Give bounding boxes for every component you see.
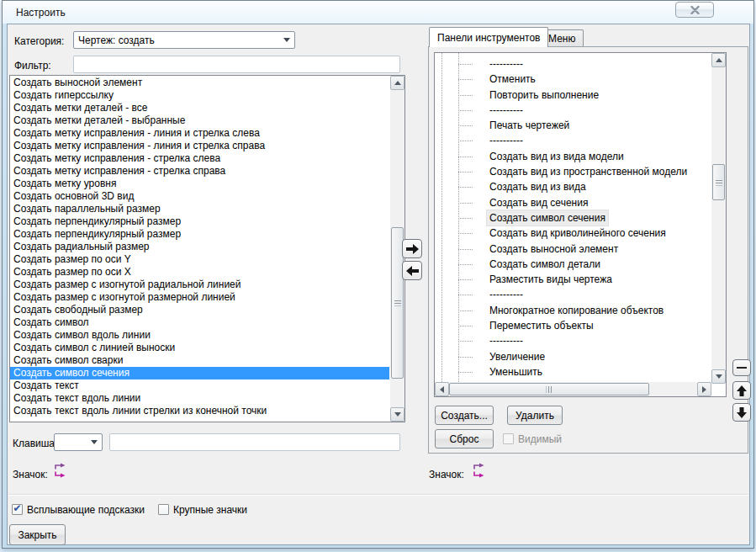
- large-icons-checkbox[interactable]: [158, 504, 169, 515]
- tree-separator-item[interactable]: ----------: [435, 133, 711, 148]
- tree-item[interactable]: Создать вид криволинейного сечения: [435, 226, 711, 241]
- command-list-item[interactable]: Создать метку исправления - линия и стре…: [10, 140, 389, 152]
- tree-item-label: Отменить: [487, 72, 538, 87]
- move-down-button[interactable]: [732, 403, 751, 422]
- dialog-titlebar[interactable]: Настроить: [3, 1, 753, 24]
- remove-item-button[interactable]: [732, 359, 751, 376]
- command-list-item[interactable]: Создать радиальный размер: [10, 241, 389, 253]
- icon-label-right: Значок:: [429, 469, 464, 480]
- tree-item[interactable]: Создать символ детали: [435, 257, 711, 272]
- tree-separator-item[interactable]: ----------: [435, 103, 711, 118]
- tree-separator-item[interactable]: ----------: [435, 333, 711, 348]
- tree-item[interactable]: Создать вид сечения: [435, 195, 711, 210]
- tree-item[interactable]: Многократное копирование объектов: [435, 303, 711, 318]
- key-input[interactable]: [109, 433, 400, 451]
- command-list-item[interactable]: Создать основной 3D вид: [10, 190, 389, 203]
- tree-item[interactable]: Увеличение: [435, 349, 711, 364]
- tree-item[interactable]: Переместить объекты: [435, 318, 711, 333]
- chevron-down-icon[interactable]: [280, 34, 293, 46]
- move-up-button[interactable]: [732, 381, 751, 400]
- command-list-item[interactable]: Создать размер с изогнутой размерной лин…: [10, 291, 389, 304]
- scrollbar-thumb[interactable]: [449, 383, 649, 395]
- tree-item[interactable]: Создать вид из пространственной модели: [435, 164, 711, 179]
- command-list-item[interactable]: Создать размер по оси X: [10, 266, 389, 279]
- remove-from-toolbar-button[interactable]: [402, 261, 422, 280]
- scroll-left-icon[interactable]: [435, 382, 449, 396]
- tree-item[interactable]: Отменить: [435, 72, 711, 87]
- scroll-up-icon[interactable]: [390, 76, 404, 90]
- command-list-item[interactable]: Создать свободный размер: [10, 304, 389, 316]
- command-list-item[interactable]: Создать текст вдоль линии стрелки из кон…: [10, 405, 389, 417]
- visible-checkbox-label: Видимый: [518, 433, 562, 445]
- category-combobox[interactable]: Чертеж: создать: [73, 31, 295, 49]
- create-toolbar-button[interactable]: Создать...: [435, 406, 494, 425]
- command-list-item[interactable]: Создать перпендикулярный размер: [10, 215, 389, 228]
- command-list-item[interactable]: Создать метки деталей - выбранные: [10, 114, 389, 127]
- delete-toolbar-button[interactable]: Удалить: [507, 406, 563, 425]
- scrollbar-thumb[interactable]: [712, 164, 725, 200]
- tree-item-label: ----------: [487, 287, 526, 302]
- delete-toolbar-label: Удалить: [515, 410, 554, 422]
- command-list-item[interactable]: Создать метку исправления - стрелка спра…: [10, 165, 389, 178]
- toolbar-tree[interactable]: ----------ОтменитьПовторить выполнение--…: [434, 52, 727, 397]
- command-list-item[interactable]: Создать параллельный размер: [10, 203, 389, 215]
- tooltips-checkbox[interactable]: ✔: [12, 504, 23, 515]
- section-symbol-icon[interactable]: [52, 463, 67, 478]
- tree-item[interactable]: Разместить виды чертежа: [435, 272, 711, 287]
- footer-divider: [8, 494, 748, 496]
- category-label: Категория:: [14, 35, 64, 47]
- scroll-down-icon[interactable]: [711, 369, 726, 384]
- chevron-down-icon[interactable]: [87, 436, 100, 448]
- arrow-right-icon: [405, 243, 420, 255]
- tree-item[interactable]: Создать вид из вида модели: [435, 149, 711, 164]
- tree-separator-item[interactable]: ----------: [435, 287, 711, 302]
- tree-vscrollbar[interactable]: [711, 53, 726, 384]
- scroll-right-icon[interactable]: [697, 382, 711, 396]
- command-list-item[interactable]: Создать размер с изогнутой радиальной ли…: [10, 279, 389, 291]
- tree-item-label: ----------: [487, 133, 526, 148]
- tree-item[interactable]: Печать чертежей: [435, 118, 711, 133]
- tree-item-label: Переместить объекты: [487, 318, 596, 333]
- arrow-up-icon: [736, 385, 748, 397]
- command-list[interactable]: Создать выносной элементСоздать гиперссы…: [9, 75, 405, 422]
- key-combobox[interactable]: [54, 433, 103, 451]
- command-list-item[interactable]: Создать метки деталей - все: [10, 102, 389, 114]
- tab-menu-label: Меню: [548, 33, 575, 45]
- add-to-toolbar-button[interactable]: [402, 239, 422, 258]
- command-list-item[interactable]: Создать выносной элемент: [10, 77, 389, 89]
- command-list-item[interactable]: Создать метку исправления - линия и стре…: [10, 127, 389, 140]
- scroll-up-icon[interactable]: [711, 53, 726, 67]
- tree-hscrollbar[interactable]: [435, 382, 711, 396]
- tree-item[interactable]: Повторить выполнение: [435, 88, 711, 103]
- close-dialog-button[interactable]: Закрыть: [9, 524, 66, 545]
- visible-checkbox[interactable]: [503, 433, 514, 444]
- tree-item[interactable]: Создать вид из вида: [435, 179, 711, 194]
- arrow-left-icon: [405, 265, 420, 277]
- tree-item[interactable]: Создать выносной элемент: [435, 242, 711, 257]
- close-button[interactable]: [675, 2, 714, 18]
- tree-item[interactable]: Уменьшить: [435, 364, 711, 380]
- command-list-item[interactable]: Создать размер по оси Y: [10, 253, 389, 266]
- command-list-item[interactable]: Создать символ: [10, 316, 389, 329]
- command-list-item[interactable]: Создать символ вдоль линии: [10, 329, 389, 342]
- tree-item-label: Создать символ сечения: [487, 210, 608, 226]
- filter-input[interactable]: [73, 56, 400, 73]
- tab-toolbars-label: Панели инструментов: [437, 32, 540, 44]
- command-list-item[interactable]: Создать гиперссылку: [10, 89, 389, 102]
- command-list-item[interactable]: Создать символ с линией выноски: [10, 342, 389, 354]
- command-list-item[interactable]: Создать метку уровня: [10, 178, 389, 190]
- tab-toolbars[interactable]: Панели инструментов: [429, 27, 548, 47]
- reset-button[interactable]: Сброс: [435, 429, 494, 448]
- command-list-item[interactable]: Создать текст вдоль линии: [10, 392, 389, 405]
- command-list-item[interactable]: Создать перпендикулярный размер: [10, 228, 389, 241]
- command-list-item[interactable]: Создать символ сварки: [10, 354, 389, 367]
- command-list-item[interactable]: Создать текст: [10, 380, 389, 392]
- command-list-item[interactable]: Создать символ сечения: [10, 367, 389, 380]
- tree-separator-item[interactable]: ----------: [435, 56, 711, 72]
- reset-label: Сброс: [450, 433, 479, 445]
- command-list-item[interactable]: Создать метку исправления - стрелка слев…: [10, 152, 389, 165]
- scroll-down-icon[interactable]: [390, 407, 404, 422]
- dialog-title: Настроить: [16, 7, 66, 19]
- tree-item[interactable]: Создать символ сечения: [435, 210, 711, 226]
- section-symbol-icon[interactable]: [471, 463, 486, 478]
